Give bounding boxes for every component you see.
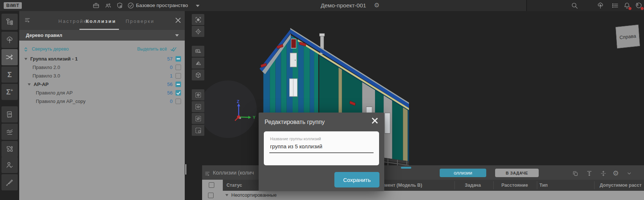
col-task[interactable]: Задача bbox=[465, 183, 481, 188]
rail-totals-plus-button[interactable]: Σ+ bbox=[1, 84, 18, 100]
tree-row[interactable]: Группа коллизий - 1 57 bbox=[19, 55, 185, 63]
rail-construction-button[interactable] bbox=[1, 174, 18, 190]
tree-row-checkbox[interactable] bbox=[176, 56, 181, 62]
team-icon[interactable] bbox=[105, 2, 112, 9]
chevron-down-icon[interactable] bbox=[626, 170, 633, 177]
rail-totals-button[interactable]: Σ bbox=[1, 66, 18, 83]
col-element-b[interactable]: мент (Модель B) bbox=[384, 183, 422, 188]
locate-button[interactable] bbox=[192, 26, 204, 37]
tree-row[interactable]: Правило для АР_copy 0 bbox=[19, 97, 185, 106]
tree-row-checkbox[interactable] bbox=[176, 90, 181, 96]
column-divider[interactable] bbox=[537, 181, 537, 189]
tab-checks[interactable]: Проверки bbox=[126, 18, 154, 24]
bell-badge bbox=[628, 7, 632, 10]
column-divider[interactable] bbox=[493, 181, 494, 189]
clear-selection-button[interactable] bbox=[192, 125, 204, 136]
view-orientation-tag[interactable]: Справа bbox=[616, 25, 640, 48]
tree-row-checkbox[interactable] bbox=[176, 99, 181, 104]
split-rows-icon[interactable] bbox=[600, 170, 607, 177]
check-circle-icon[interactable] bbox=[127, 2, 134, 9]
expand-caret-icon[interactable] bbox=[24, 58, 27, 60]
modal-title: Редактировать группу bbox=[265, 119, 325, 125]
select-all-link[interactable]: Выделить всё bbox=[137, 46, 167, 52]
tree-row[interactable]: Правило 3.0 1 bbox=[19, 72, 185, 80]
section-plane-button[interactable] bbox=[192, 58, 204, 69]
tree-row-checkbox[interactable] bbox=[176, 65, 181, 70]
top-bar-right bbox=[526, 0, 644, 11]
tree-row[interactable]: Правило для АР 56 bbox=[19, 89, 185, 97]
panel-tabs: Настройки Коллизии Проверки bbox=[19, 11, 185, 30]
rail-model-structure-button[interactable] bbox=[1, 14, 18, 30]
section-box-icon bbox=[195, 72, 202, 79]
isolate-button[interactable] bbox=[192, 89, 204, 100]
show-button[interactable] bbox=[192, 101, 204, 112]
briefcase-icon[interactable] bbox=[92, 2, 100, 9]
tree-row-count: 56 bbox=[167, 82, 173, 87]
tree-row-checkbox[interactable] bbox=[176, 73, 181, 79]
tree-row[interactable]: АР-АР 56 bbox=[19, 80, 185, 89]
panel-collapse-icon[interactable] bbox=[204, 170, 211, 177]
rail-federation-tree-button[interactable] bbox=[1, 32, 18, 48]
select-all-checkbox[interactable] bbox=[209, 182, 214, 188]
rail-plugins-button[interactable] bbox=[1, 141, 18, 157]
project-title: Демо-проект-001 bbox=[321, 2, 366, 9]
model-structure-icon bbox=[6, 18, 14, 26]
double-check-icon[interactable] bbox=[170, 46, 177, 52]
left-rail: Σ Σ+ 2D bbox=[0, 11, 19, 200]
workspace-selector[interactable]: Базовое пространство bbox=[136, 3, 188, 8]
rail-collisions-button[interactable] bbox=[1, 49, 18, 65]
group-name-input[interactable]: группа из 5 коллизий bbox=[270, 144, 322, 149]
section-caret-icon bbox=[175, 34, 179, 37]
rail-approvals-button[interactable] bbox=[1, 157, 18, 173]
rules-tree-section-header[interactable]: Дерево правил bbox=[19, 30, 185, 41]
col-status[interactable]: Статус bbox=[226, 183, 242, 188]
column-divider[interactable] bbox=[454, 181, 455, 189]
history-badge-dot bbox=[640, 7, 644, 10]
edit-group-modal: Редактировать группу Название группы кол… bbox=[259, 113, 384, 191]
collapse-tree-link[interactable]: Свернуть дерево bbox=[32, 46, 69, 52]
col-distance[interactable]: Расстояние bbox=[501, 183, 528, 188]
workspace-caret-icon[interactable] bbox=[196, 5, 200, 7]
tree-row-count: 56 bbox=[167, 90, 173, 96]
active-tab-indicator bbox=[401, 167, 411, 169]
row-checkbox[interactable] bbox=[208, 193, 214, 198]
tree-row[interactable]: Правило 2.0 0 bbox=[19, 63, 185, 72]
filter-pill-collisions[interactable]: оллизии bbox=[440, 169, 486, 177]
col-allowed-distance[interactable]: Допустимое расст bbox=[600, 183, 641, 188]
tree-icon[interactable] bbox=[597, 2, 604, 9]
search-icon[interactable] bbox=[571, 2, 578, 9]
focus-model-button[interactable] bbox=[192, 14, 204, 25]
panel-collapse-icon[interactable] bbox=[24, 17, 31, 24]
axis-triad: Z Y bbox=[225, 100, 259, 125]
group-expand-caret-icon[interactable] bbox=[225, 194, 228, 196]
project-settings-gear-icon[interactable]: ⚙ bbox=[374, 2, 379, 8]
panel-close-icon[interactable] bbox=[174, 17, 182, 24]
fit-height-icon[interactable] bbox=[586, 170, 593, 177]
section-box-button[interactable] bbox=[192, 69, 204, 80]
gear-icon[interactable]: ⚙ bbox=[613, 170, 619, 177]
rail-2d-docs-button[interactable]: 2D bbox=[1, 106, 18, 123]
hide-button[interactable] bbox=[192, 113, 204, 124]
shield-clock-icon[interactable] bbox=[116, 2, 123, 9]
rail-charts-button[interactable] bbox=[1, 124, 18, 140]
column-divider[interactable] bbox=[594, 181, 594, 189]
measure-button[interactable] bbox=[192, 46, 204, 57]
focus-model-icon bbox=[195, 16, 202, 23]
duplicate-icon[interactable] bbox=[572, 170, 579, 177]
measure-icon bbox=[195, 48, 202, 55]
list-icon[interactable] bbox=[611, 2, 619, 9]
table-group-row[interactable]: Неотсортированные bbox=[202, 191, 644, 200]
save-button[interactable]: Сохранить bbox=[334, 172, 379, 187]
expand-caret-icon[interactable] bbox=[28, 83, 31, 86]
filter-pill-in-task[interactable]: В ЗАДАЧЕ bbox=[495, 169, 539, 177]
col-type[interactable]: Тип bbox=[539, 183, 548, 188]
select-column bbox=[202, 180, 223, 191]
panel-resize-handle[interactable] bbox=[185, 164, 186, 175]
collapse-tree-icon[interactable] bbox=[23, 46, 29, 52]
tree-row-checkbox[interactable] bbox=[176, 82, 181, 87]
tree-row-count: 0 bbox=[170, 65, 173, 70]
modal-close-icon[interactable] bbox=[371, 117, 379, 125]
tab-collisions[interactable]: Коллизии bbox=[86, 18, 116, 24]
tree-row-label: Правило для АР bbox=[36, 90, 73, 96]
app-logo: BiMiT bbox=[4, 2, 22, 9]
